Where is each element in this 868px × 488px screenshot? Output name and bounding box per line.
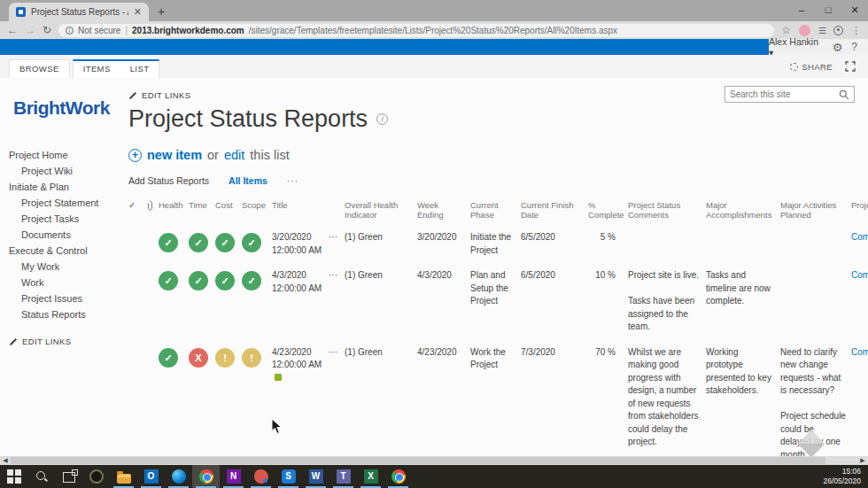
- brightwork-logo[interactable]: BrightWork: [13, 97, 128, 119]
- scroll-right-arrow-icon[interactable]: ▶: [857, 456, 868, 465]
- scroll-left-arrow-icon[interactable]: ◀: [0, 456, 11, 465]
- col-header-title[interactable]: Title: [272, 198, 329, 210]
- view-all-items[interactable]: All Items: [229, 175, 267, 186]
- cell-comments: Whilst we are making good progress with …: [628, 340, 706, 455]
- taskbar-excel-icon[interactable]: [357, 465, 384, 488]
- time-status-icon: ✓: [189, 271, 208, 290]
- sidebar-item-initiate-plan[interactable]: Initiate & Plan: [0, 179, 128, 195]
- help-button[interactable]: ?: [851, 41, 857, 53]
- sidebar-item-documents[interactable]: Documents: [0, 227, 128, 243]
- col-header-truncated[interactable]: Projec: [851, 198, 868, 210]
- sidebar-item-my-work[interactable]: My Work: [0, 259, 128, 275]
- refresh-button[interactable]: ↻: [43, 24, 51, 36]
- row-title-link[interactable]: 4/23/2020 12:00:00 AM: [272, 347, 322, 370]
- tab-items[interactable]: ITEMS: [74, 61, 120, 78]
- row-select-cell[interactable]: [128, 225, 146, 237]
- col-header-health[interactable]: Health: [159, 198, 189, 210]
- taskbar-start-icon[interactable]: [0, 465, 27, 488]
- back-button[interactable]: ←: [7, 24, 18, 36]
- sidebar-edit-links[interactable]: EDIT LINKS: [9, 337, 128, 346]
- col-header-scope[interactable]: Scope: [242, 198, 272, 210]
- row-title-link[interactable]: 4/3/2020 12:00:00 AM: [272, 270, 322, 293]
- cell-more-link[interactable]: Comp: [851, 225, 868, 251]
- taskbar-search-icon[interactable]: [27, 465, 55, 488]
- maximize-button[interactable]: □: [815, 0, 841, 19]
- taskbar-chrome-icon[interactable]: [192, 465, 220, 488]
- taskbar-teams-icon[interactable]: [329, 465, 357, 488]
- row-title-link[interactable]: 3/20/2020 12:00:00 AM: [272, 232, 322, 255]
- new-tab-button[interactable]: +: [158, 4, 165, 19]
- taskbar-onenote-icon[interactable]: [220, 465, 247, 488]
- close-button[interactable]: ✕: [841, 0, 868, 19]
- tab-list[interactable]: LIST: [120, 61, 159, 78]
- plus-circle-icon[interactable]: +: [128, 149, 142, 162]
- row-menu-ellipsis[interactable]: ···: [329, 225, 345, 251]
- sidebar-item-project-statement[interactable]: Project Statement: [0, 195, 128, 211]
- col-header-overall-health[interactable]: Overall Health Indicator: [345, 198, 417, 220]
- cell-indicator: (1) Green: [345, 225, 417, 251]
- sidebar-item-execute-control[interactable]: Execute & Control: [0, 243, 128, 259]
- browser-tab[interactable]: Project Status Reports - All Items ✕: [9, 3, 149, 21]
- sidebar-item-project-tasks[interactable]: Project Tasks: [0, 211, 128, 227]
- edit-list-link[interactable]: edit: [224, 148, 244, 162]
- address-bar[interactable]: i Not secure | 2013.brightworkdemo.com/s…: [58, 24, 774, 37]
- scrollbar-thumb[interactable]: [11, 457, 825, 464]
- minimize-button[interactable]: –: [788, 0, 815, 19]
- select-all-checkmark[interactable]: ✓: [128, 198, 146, 210]
- sidebar-item-status-reports[interactable]: Status Reports: [0, 306, 128, 322]
- taskbar-recorder-icon[interactable]: [82, 465, 110, 488]
- attachment-column-icon[interactable]: [146, 198, 159, 211]
- col-header-activities-planned[interactable]: Major Activities Planned: [780, 198, 851, 220]
- row-select-cell[interactable]: [128, 263, 146, 275]
- cell-indicator: (1) Green: [345, 340, 417, 366]
- site-info-icon[interactable]: i: [66, 27, 74, 35]
- scope-status-icon: !: [242, 348, 261, 368]
- share-button[interactable]: SHARE: [790, 62, 833, 72]
- focus-mode-icon[interactable]: [845, 61, 856, 72]
- col-header-pct-complete[interactable]: % Complete: [588, 198, 628, 220]
- taskbar-chrome-2-icon[interactable]: [384, 465, 412, 488]
- cell-indicator: (1) Green: [345, 263, 417, 289]
- tab-close-icon[interactable]: ✕: [134, 6, 142, 18]
- profile-avatar[interactable]: [799, 25, 810, 36]
- row-menu-ellipsis[interactable]: ···: [329, 263, 345, 289]
- col-header-time[interactable]: Time: [189, 198, 215, 210]
- taskbar-edge-icon[interactable]: [165, 465, 192, 488]
- settings-gear-icon[interactable]: ⚙: [833, 42, 843, 53]
- horizontal-scrollbar[interactable]: ◀ ▶: [0, 456, 868, 465]
- col-header-cost[interactable]: Cost: [215, 198, 242, 210]
- col-header-accomplishments[interactable]: Major Accomplishments: [706, 198, 780, 220]
- row-menu-ellipsis[interactable]: ···: [329, 340, 345, 366]
- extensions-icon[interactable]: [833, 26, 843, 35]
- col-header-week-ending[interactable]: Week Ending: [417, 198, 470, 220]
- taskbar-paint-icon[interactable]: [247, 465, 275, 488]
- cell-more-link[interactable]: Comp: [851, 340, 868, 366]
- col-header-current-finish[interactable]: Current Finish Date: [521, 198, 588, 220]
- cell-pct-complete: 70 %: [588, 340, 628, 366]
- taskbar-word-icon[interactable]: [302, 465, 329, 488]
- row-select-cell[interactable]: [128, 340, 146, 352]
- taskbar-task-view-icon[interactable]: [55, 465, 82, 488]
- forward-button[interactable]: →: [25, 24, 35, 36]
- taskbar-snagit-icon[interactable]: [275, 465, 302, 488]
- menu-kebab-icon[interactable]: ⋮: [851, 25, 861, 36]
- new-item-link[interactable]: new item: [147, 148, 202, 162]
- cell-more-link[interactable]: Comp: [851, 263, 868, 289]
- taskbar-clock[interactable]: 15:06 26/05/2020: [823, 465, 868, 488]
- view-more-ellipsis[interactable]: ···: [287, 175, 299, 186]
- media-controls-icon[interactable]: ☰: [818, 26, 825, 35]
- tab-browse[interactable]: BROWSE: [9, 59, 70, 78]
- sidebar-item-work[interactable]: Work: [0, 275, 128, 290]
- add-status-reports-link[interactable]: Add Status Reports: [128, 175, 209, 186]
- taskbar-outlook-icon[interactable]: [137, 465, 165, 488]
- cost-status-icon: ✓: [215, 233, 235, 252]
- sidebar-item-project-home[interactable]: Project Home: [0, 147, 128, 163]
- sidebar-item-project-issues[interactable]: Project Issues: [0, 290, 128, 306]
- col-header-status-comments[interactable]: Project Status Comments: [628, 198, 706, 220]
- list-info-icon[interactable]: i: [376, 113, 388, 125]
- bookmark-star-icon[interactable]: ☆: [781, 24, 791, 36]
- col-header-current-phase[interactable]: Current Phase: [470, 198, 521, 220]
- sidebar-item-project-wiki[interactable]: Project Wiki: [0, 163, 128, 179]
- taskbar-file-explorer-icon[interactable]: [110, 465, 137, 488]
- page-edit-links[interactable]: EDIT LINKS: [128, 90, 868, 100]
